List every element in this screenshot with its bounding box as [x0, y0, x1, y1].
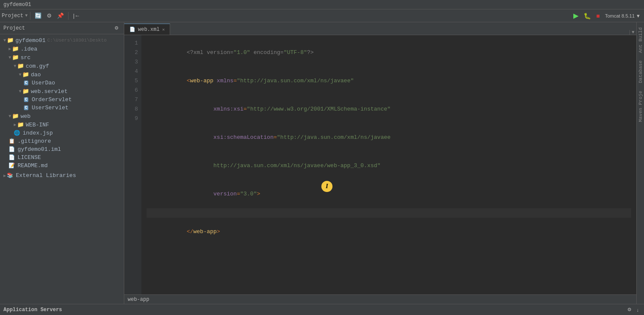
bottom-panel-header: Application Servers ⚙ ↓ [0, 304, 644, 315]
editor-area: 📄 web.xml ✕ ▼ 12345 6789 <?xml versio [124, 22, 636, 304]
tree-userdao[interactable]: C UserDao [0, 79, 124, 87]
readme-icon: 📝 [9, 162, 15, 169]
title-text: gyfdemo01 [3, 2, 31, 8]
code-line-1: <?xml version="1.0" encoding="UTF-8"?> [147, 39, 631, 67]
code-line-2: <web-app xmlns="http://java.sun.com/xml/… [147, 67, 631, 95]
tree-readme[interactable]: 📝 README.md [0, 162, 124, 170]
root-label: gyfdemo01 [15, 37, 45, 44]
idea-label: .idea [21, 46, 37, 52]
indexjsp-icon: 🌐 [14, 130, 20, 136]
webinf-label: WEB-INF [26, 122, 49, 128]
panel-settings-button[interactable]: ⚙ [626, 306, 633, 313]
dao-label: dao [31, 72, 41, 78]
sidebar-title: Project [3, 25, 25, 31]
stop-button[interactable]: ■ [594, 12, 601, 20]
tab-icon: 📄 [129, 27, 135, 32]
iml-icon: 📄 [9, 146, 15, 153]
dao-folder-icon: 📁 [22, 71, 29, 78]
userservlet-label: UserServlet [32, 105, 69, 111]
gitignore-icon: 📋 [9, 138, 15, 144]
code-line-8: </web-app> [147, 218, 631, 246]
side-tab-maven[interactable]: Maven Proje [637, 87, 644, 126]
comgyf-label: com.gyf [26, 63, 49, 69]
license-label: LICENSE [18, 154, 41, 161]
extlibs-arrow: ▶ [3, 173, 6, 178]
sidebar-settings[interactable]: ⚙ [113, 24, 120, 32]
code-line-9 [147, 246, 631, 255]
code-area[interactable]: <?xml version="1.0" encoding="UTF-8"?> <… [141, 35, 636, 294]
webinf-folder-icon: 📁 [17, 121, 24, 128]
root-folder-icon: 📁 [7, 37, 14, 44]
sidebar-header: Project ⚙ [0, 22, 124, 34]
collapse-button[interactable]: |← [71, 12, 81, 20]
bottom-panel-title: Application Servers [3, 307, 62, 313]
tree-dao[interactable]: ▼ 📁 dao [0, 70, 124, 79]
breadcrumb-bar: web-app [124, 294, 636, 304]
indexjsp-label: index.jsp [23, 130, 53, 136]
breadcrumb: web-app [128, 297, 149, 303]
tree-webinf[interactable]: ▶ 📁 WEB-INF [0, 120, 124, 129]
code-line-4: xsi:schemaLocation="http://java.sun.com/… [147, 123, 631, 152]
userdao-label: UserDao [32, 80, 55, 86]
web-arrow: ▼ [9, 114, 11, 119]
line-numbers: 12345 6789 [124, 35, 141, 294]
code-line-7 [147, 208, 631, 218]
title-bar: gyfdemo01 [0, 0, 644, 9]
comgyf-arrow: ▼ [14, 64, 16, 69]
extlibs-label: External Libraries [16, 172, 76, 179]
tab-label: web.xml [138, 27, 159, 33]
userservlet-icon: C [24, 105, 28, 110]
tree-idea[interactable]: ▶ 📁 .idea [0, 45, 124, 53]
toolbar-separator-2 [68, 12, 69, 20]
bottom-panel: Application Servers ⚙ ↓ ▼ 🐱 Tomcat 8.5.1… [0, 304, 644, 315]
orderservlet-icon: C [24, 97, 28, 102]
editor-scroll-handle[interactable]: ▼ [632, 30, 634, 35]
tree-web[interactable]: ▼ 📁 web [0, 112, 124, 120]
tree-iml[interactable]: 📄 gyfdemo01.iml [0, 145, 124, 153]
webinf-arrow: ▶ [14, 122, 16, 127]
project-label: Project [2, 13, 23, 19]
side-tab-database[interactable]: Database [637, 57, 644, 87]
code-line-6: version="3.0"> [147, 180, 631, 208]
extlibs-icon: 📚 [7, 172, 13, 179]
tab-close-icon[interactable]: ✕ [162, 27, 165, 32]
web-label: web [21, 113, 30, 120]
tree-orderservlet[interactable]: C OrderServlet [0, 96, 124, 104]
editor-content[interactable]: 12345 6789 <?xml version="1.0" encoding=… [124, 35, 636, 294]
root-path: C:\Users\10301\Deskto [47, 38, 107, 43]
tree-license[interactable]: 📄 LICENSE [0, 153, 124, 162]
debug-button[interactable]: 🐛 [582, 12, 593, 20]
readme-label: README.md [18, 162, 48, 169]
run-button[interactable]: ▶ [572, 11, 580, 21]
tree-src[interactable]: ▼ 📁 src [0, 53, 124, 62]
tree-userservlet[interactable]: C UserServlet [0, 104, 124, 112]
web-folder-icon: 📁 [12, 113, 19, 120]
gitignore-label: .gitignore [18, 138, 51, 144]
tree-indexjsp[interactable]: 🌐 index.jsp [0, 129, 124, 137]
side-tab-ant[interactable]: Ant Build [637, 24, 644, 56]
webservlet-folder-icon: 📁 [22, 88, 29, 95]
dropdown-arrow: ▼ [25, 13, 27, 18]
webservlet-arrow: ▼ [19, 89, 21, 94]
tree-gitignore[interactable]: 📋 .gitignore [0, 137, 124, 145]
src-arrow: ▼ [9, 55, 11, 60]
dao-arrow: ▼ [19, 72, 21, 77]
idea-arrow: ▶ [9, 46, 11, 51]
pin-button[interactable]: 📌 [55, 12, 66, 20]
refresh-button[interactable]: 🔄 [33, 12, 43, 20]
idea-folder-icon: 📁 [12, 45, 19, 52]
settings-button[interactable]: ⚙ [45, 12, 54, 20]
run-config-button[interactable]: Tomcat 8.5.11 ▼ [603, 12, 642, 19]
editor-tab-webxml[interactable]: 📄 web.xml ✕ [124, 24, 170, 35]
toolbar: Project ▼ 🔄 ⚙ 📌 |← ▶ 🐛 ■ Tomcat 8.5.11 ▼ [0, 9, 644, 22]
tree-extlibs[interactable]: ▶ 📚 External Libraries [0, 171, 124, 180]
toolbar-separator-1 [30, 12, 30, 20]
tree-comgyf[interactable]: ▼ 📁 com.gyf [0, 62, 124, 70]
panel-minimize-button[interactable]: ↓ [635, 306, 641, 313]
webservlet-label: web.servlet [31, 88, 68, 95]
tree-root[interactable]: ▼ 📁 gyfdemo01 C:\Users\10301\Deskto [0, 36, 124, 45]
bottom-panel-actions: ⚙ ↓ [626, 306, 641, 313]
license-icon: 📄 [9, 154, 15, 161]
tree-webservlet[interactable]: ▼ 📁 web.servlet [0, 87, 124, 96]
project-sidebar: Project ⚙ ▼ 📁 gyfdemo01 C:\Users\10301\D… [0, 22, 124, 304]
